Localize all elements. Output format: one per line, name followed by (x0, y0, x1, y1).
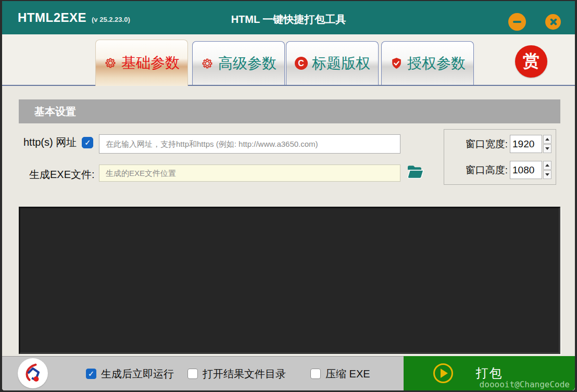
url-label: http(s) 网址 (23, 135, 77, 149)
window-size-box: 窗口宽度: 窗口高度: (444, 129, 556, 185)
open-result-folder-checkbox[interactable]: 打开结果文件目录 (187, 357, 286, 391)
checkbox-unchecked (187, 369, 198, 379)
url-input[interactable] (99, 134, 400, 154)
window-width-label: 窗口宽度: (466, 137, 508, 151)
arrow-up-icon (545, 164, 549, 167)
minimize-button[interactable] (508, 13, 526, 31)
width-spinner (543, 135, 551, 153)
main-panel: 基本设置 http(s) 网址 ✓ 生成EXE文件: 窗口宽度: (2, 86, 575, 356)
height-increment-button[interactable] (543, 161, 551, 170)
minus-icon (513, 21, 521, 23)
x-icon (549, 18, 557, 26)
shield-check-icon (390, 57, 403, 70)
browse-folder-button[interactable] (406, 163, 425, 181)
window-title: HTML 一键快捷打包工具 (2, 12, 575, 27)
compress-exe-checkbox[interactable]: 压缩 EXE (310, 357, 370, 391)
tab-label: 基础参数 (121, 53, 180, 73)
width-increment-button[interactable] (543, 135, 551, 144)
tab-label: 标题版权 (312, 54, 370, 73)
checkbox-checked: ✓ (86, 369, 96, 379)
exe-label: 生成EXE文件: (29, 168, 95, 182)
checkbox-label: 压缩 EXE (325, 367, 370, 381)
gear-icon (104, 56, 117, 70)
close-button[interactable] (545, 14, 561, 30)
tab-title-copyright[interactable]: C 标题版权 (286, 41, 379, 85)
arrow-down-icon (545, 173, 549, 176)
checkbox-label: 生成后立即运行 (101, 367, 174, 381)
height-spinner (543, 161, 551, 179)
section-title: 基本设置 (34, 105, 76, 119)
tab-bar: 基础参数 高级参数 C 标题版权 授权参数 赏 (2, 34, 575, 86)
tab-basic-params[interactable]: 基础参数 (95, 40, 188, 86)
arrow-down-icon (545, 147, 549, 150)
app-logo (18, 358, 48, 388)
window-width-input[interactable] (510, 135, 542, 153)
checkbox-unchecked (310, 369, 321, 379)
height-decrement-button[interactable] (543, 170, 551, 179)
app-window: HTML2EXE (v 25.2.23.0) HTML 一键快捷打包工具 基础参… (0, 0, 577, 392)
window-height-row: 窗口高度: (444, 161, 551, 179)
tab-license-params[interactable]: 授权参数 (381, 41, 474, 85)
play-icon (433, 363, 453, 383)
tab-label: 授权参数 (407, 54, 466, 73)
url-row: http(s) 网址 ✓ (23, 135, 93, 149)
window-height-input[interactable] (510, 161, 542, 179)
gear-icon (200, 57, 214, 70)
url-checkbox[interactable]: ✓ (82, 137, 93, 148)
exe-path-input[interactable] (99, 165, 400, 182)
watermark-text: dooooit@ChangeCode (480, 380, 570, 389)
checkbox-label: 打开结果文件目录 (203, 367, 286, 381)
arrow-up-icon (545, 138, 549, 141)
section-header: 基本设置 (19, 99, 560, 123)
width-decrement-button[interactable] (543, 144, 551, 153)
log-output-panel (19, 207, 560, 354)
open-folder-icon (407, 164, 424, 180)
check-icon: ✓ (88, 369, 95, 378)
reward-button[interactable]: 赏 (515, 45, 547, 78)
package-button[interactable]: 打包 dooooit@ChangeCode (404, 356, 575, 390)
tab-advanced-params[interactable]: 高级参数 (192, 41, 285, 85)
run-after-build-checkbox[interactable]: ✓ 生成后立即运行 (86, 357, 174, 391)
window-width-row: 窗口宽度: (444, 135, 551, 153)
check-icon: ✓ (84, 138, 91, 147)
footer-bar: ✓ 生成后立即运行 打开结果文件目录 压缩 EXE 打包 dooooit@Cha… (2, 356, 575, 390)
window-height-label: 窗口高度: (466, 163, 508, 177)
tab-label: 高级参数 (218, 54, 277, 73)
titlebar: HTML2EXE (v 25.2.23.0) HTML 一键快捷打包工具 (2, 1, 575, 34)
copyright-icon: C (294, 57, 308, 70)
